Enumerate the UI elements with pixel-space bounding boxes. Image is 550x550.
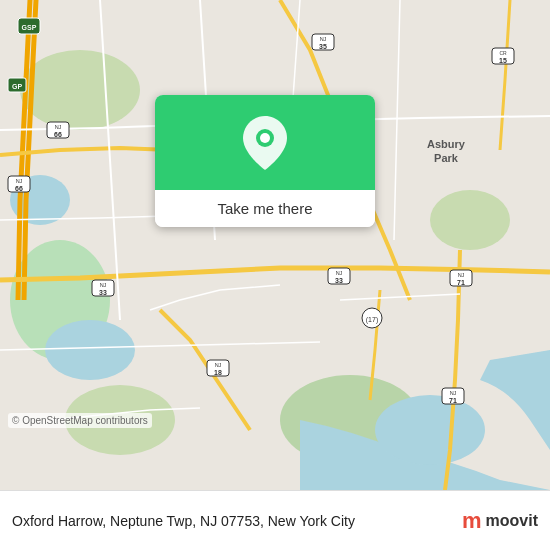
svg-text:66: 66 xyxy=(15,185,23,192)
take-me-there-button[interactable]: Take me there xyxy=(155,190,375,227)
pin-area xyxy=(155,95,375,190)
svg-point-8 xyxy=(375,395,485,465)
svg-text:NJ: NJ xyxy=(16,178,23,184)
svg-text:NJ: NJ xyxy=(336,270,343,276)
svg-text:NJ: NJ xyxy=(450,390,457,396)
svg-text:NJ: NJ xyxy=(458,272,465,278)
svg-text:33: 33 xyxy=(335,277,343,284)
map-container: GSP GP NJ 35 NJ 66 NJ 66 NJ 33 NJ 33 NJ … xyxy=(0,0,550,490)
svg-text:18: 18 xyxy=(214,369,222,376)
svg-text:33: 33 xyxy=(99,289,107,296)
moovit-logo: m moovit xyxy=(462,508,538,534)
svg-text:CR: CR xyxy=(499,50,507,56)
svg-text:NJ: NJ xyxy=(215,362,222,368)
svg-text:NJ: NJ xyxy=(100,282,107,288)
svg-text:Park: Park xyxy=(434,152,459,164)
location-card: Take me there xyxy=(155,95,375,227)
address-text: Oxford Harrow, Neptune Twp, NJ 07753, Ne… xyxy=(12,513,462,529)
bottom-bar: Oxford Harrow, Neptune Twp, NJ 07753, Ne… xyxy=(0,490,550,550)
svg-text:NJ: NJ xyxy=(320,36,327,42)
svg-text:NJ: NJ xyxy=(55,124,62,130)
moovit-brand-name: moovit xyxy=(486,512,538,530)
svg-point-1 xyxy=(20,50,140,130)
map-pin-icon xyxy=(243,116,287,170)
svg-point-7 xyxy=(45,320,135,380)
svg-point-5 xyxy=(430,190,510,250)
svg-text:71: 71 xyxy=(457,279,465,286)
copyright-notice: © OpenStreetMap contributors xyxy=(8,413,152,428)
svg-text:71: 71 xyxy=(449,397,457,404)
svg-text:Asbury: Asbury xyxy=(427,138,466,150)
svg-text:15: 15 xyxy=(499,57,507,64)
svg-text:GP: GP xyxy=(12,83,22,90)
svg-point-45 xyxy=(260,133,270,143)
svg-text:35: 35 xyxy=(319,43,327,50)
svg-text:(17): (17) xyxy=(366,316,378,324)
svg-text:GSP: GSP xyxy=(22,24,37,31)
svg-text:66: 66 xyxy=(54,131,62,138)
moovit-m-icon: m xyxy=(462,508,482,534)
